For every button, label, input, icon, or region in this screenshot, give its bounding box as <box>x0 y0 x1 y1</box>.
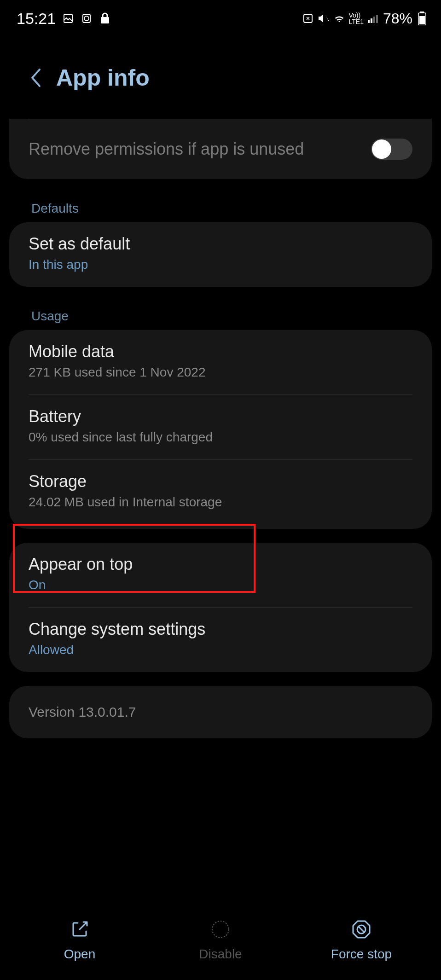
bottom-bar: Open Disable Force stop <box>0 905 441 980</box>
storage-sub: 24.02 MB used in Internal storage <box>29 495 412 510</box>
mute-icon <box>318 12 330 24</box>
disable-label: Disable <box>199 947 242 962</box>
defaults-card: Set as default In this app <box>9 222 432 287</box>
remove-permissions-label: Remove permissions if app is unused <box>29 139 304 159</box>
gallery-icon <box>62 12 74 24</box>
open-button[interactable]: Open <box>34 918 126 962</box>
change-system-settings-title: Change system settings <box>29 620 412 639</box>
back-icon[interactable] <box>29 67 42 89</box>
signal-icon <box>367 12 379 24</box>
overlay-card: Appear on top On Change system settings … <box>9 543 432 672</box>
force-stop-label: Force stop <box>331 947 392 962</box>
sync-icon <box>302 12 314 24</box>
svg-rect-3 <box>101 17 109 23</box>
remove-permissions-row[interactable]: Remove permissions if app is unused <box>9 119 432 179</box>
remove-permissions-card: Remove permissions if app is unused <box>9 119 432 179</box>
page-title: App info <box>56 64 150 91</box>
disable-icon <box>209 918 232 940</box>
status-right: Vo))LTE1 78% <box>302 10 428 27</box>
mobile-data-sub: 271 KB used since 1 Nov 2022 <box>29 365 412 380</box>
mobile-data-row[interactable]: Mobile data 271 KB used since 1 Nov 2022 <box>9 330 432 394</box>
set-as-default-row[interactable]: Set as default In this app <box>9 222 432 287</box>
open-label: Open <box>64 947 96 962</box>
appear-on-top-row[interactable]: Appear on top On <box>9 543 432 607</box>
force-stop-icon <box>350 918 372 940</box>
set-as-default-sub: In this app <box>29 257 412 272</box>
page-header: App info <box>0 37 441 119</box>
battery-percentage: 78% <box>383 10 412 27</box>
mobile-data-title: Mobile data <box>29 342 412 361</box>
storage-row[interactable]: Storage 24.02 MB used in Internal storag… <box>9 460 432 529</box>
svg-rect-13 <box>419 16 425 24</box>
section-defaults: Defaults <box>9 193 432 222</box>
set-as-default-title: Set as default <box>29 234 412 254</box>
svg-rect-9 <box>373 17 375 23</box>
status-time: 15:21 <box>17 10 56 28</box>
wifi-icon <box>333 12 345 24</box>
usage-card: Mobile data 271 KB used since 1 Nov 2022… <box>9 330 432 529</box>
section-usage: Usage <box>9 301 432 330</box>
change-system-settings-sub: Allowed <box>29 643 412 657</box>
force-stop-button[interactable]: Force stop <box>315 918 407 962</box>
status-bar: 15:21 Vo))LTE1 78% <box>0 0 441 37</box>
battery-row[interactable]: Battery 0% used since last fully charged <box>9 395 432 459</box>
volte-icon: Vo))LTE1 <box>349 12 364 25</box>
version-card: Version 13.0.01.7 <box>9 686 432 738</box>
version-text: Version 13.0.01.7 <box>9 686 432 738</box>
clock-icon <box>81 12 93 24</box>
lock-icon <box>99 12 111 24</box>
appear-on-top-sub: On <box>29 578 412 592</box>
svg-point-14 <box>212 921 229 938</box>
change-system-settings-row[interactable]: Change system settings Allowed <box>9 608 432 672</box>
svg-point-2 <box>84 16 89 21</box>
disable-button: Disable <box>174 918 267 962</box>
svg-line-17 <box>358 926 365 933</box>
appear-on-top-title: Appear on top <box>29 555 412 574</box>
open-icon <box>69 918 91 940</box>
status-left: 15:21 <box>17 10 111 28</box>
battery-title: Battery <box>29 407 412 426</box>
svg-rect-8 <box>371 18 372 23</box>
svg-rect-7 <box>368 20 370 23</box>
storage-title: Storage <box>29 472 412 491</box>
battery-icon <box>416 12 428 24</box>
battery-sub: 0% used since last fully charged <box>29 430 412 445</box>
svg-rect-10 <box>376 15 378 23</box>
remove-permissions-toggle[interactable] <box>371 139 412 160</box>
svg-line-6 <box>324 14 329 23</box>
